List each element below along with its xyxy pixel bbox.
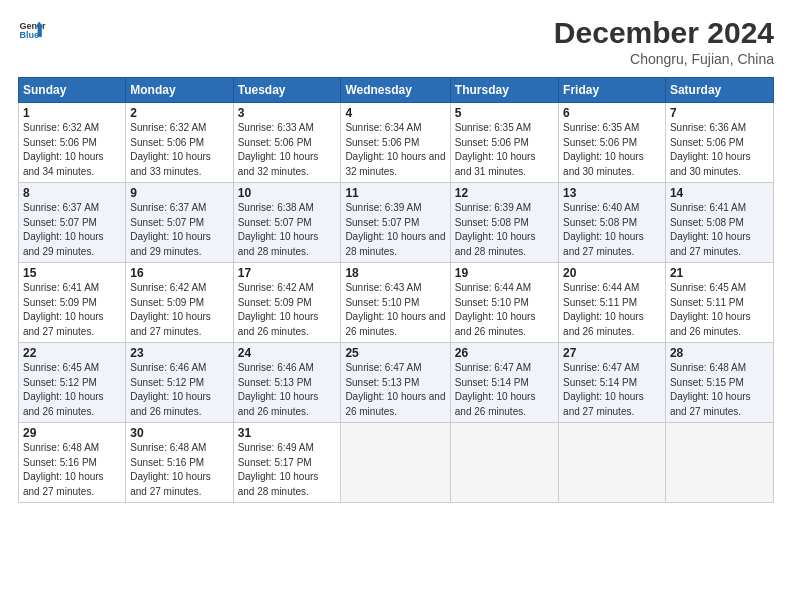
table-cell: 13 Sunrise: 6:40 AM Sunset: 5:08 PM Dayl… bbox=[559, 183, 666, 263]
page: General Blue December 2024 Chongru, Fuji… bbox=[0, 0, 792, 612]
col-wednesday: Wednesday bbox=[341, 78, 450, 103]
day-number: 9 bbox=[130, 186, 228, 200]
day-info: Sunrise: 6:33 AM Sunset: 5:06 PM Dayligh… bbox=[238, 121, 337, 179]
day-info: Sunrise: 6:47 AM Sunset: 5:13 PM Dayligh… bbox=[345, 361, 445, 419]
day-info: Sunrise: 6:49 AM Sunset: 5:17 PM Dayligh… bbox=[238, 441, 337, 499]
table-cell: 30 Sunrise: 6:48 AM Sunset: 5:16 PM Dayl… bbox=[126, 423, 233, 503]
table-cell: 3 Sunrise: 6:33 AM Sunset: 5:06 PM Dayli… bbox=[233, 103, 341, 183]
logo: General Blue bbox=[18, 16, 46, 44]
day-number: 13 bbox=[563, 186, 661, 200]
day-number: 17 bbox=[238, 266, 337, 280]
day-number: 3 bbox=[238, 106, 337, 120]
col-thursday: Thursday bbox=[450, 78, 558, 103]
day-number: 24 bbox=[238, 346, 337, 360]
table-cell: 22 Sunrise: 6:45 AM Sunset: 5:12 PM Dayl… bbox=[19, 343, 126, 423]
day-number: 19 bbox=[455, 266, 554, 280]
day-info: Sunrise: 6:35 AM Sunset: 5:06 PM Dayligh… bbox=[563, 121, 661, 179]
day-info: Sunrise: 6:40 AM Sunset: 5:08 PM Dayligh… bbox=[563, 201, 661, 259]
svg-text:Blue: Blue bbox=[19, 30, 39, 40]
table-cell bbox=[665, 423, 773, 503]
table-cell: 2 Sunrise: 6:32 AM Sunset: 5:06 PM Dayli… bbox=[126, 103, 233, 183]
calendar-table: Sunday Monday Tuesday Wednesday Thursday… bbox=[18, 77, 774, 503]
day-info: Sunrise: 6:39 AM Sunset: 5:07 PM Dayligh… bbox=[345, 201, 445, 259]
col-saturday: Saturday bbox=[665, 78, 773, 103]
day-number: 2 bbox=[130, 106, 228, 120]
table-cell: 23 Sunrise: 6:46 AM Sunset: 5:12 PM Dayl… bbox=[126, 343, 233, 423]
table-cell bbox=[559, 423, 666, 503]
col-friday: Friday bbox=[559, 78, 666, 103]
day-info: Sunrise: 6:32 AM Sunset: 5:06 PM Dayligh… bbox=[130, 121, 228, 179]
day-number: 18 bbox=[345, 266, 445, 280]
col-monday: Monday bbox=[126, 78, 233, 103]
day-info: Sunrise: 6:48 AM Sunset: 5:16 PM Dayligh… bbox=[130, 441, 228, 499]
day-info: Sunrise: 6:39 AM Sunset: 5:08 PM Dayligh… bbox=[455, 201, 554, 259]
day-number: 14 bbox=[670, 186, 769, 200]
header: General Blue December 2024 Chongru, Fuji… bbox=[18, 16, 774, 67]
table-cell: 16 Sunrise: 6:42 AM Sunset: 5:09 PM Dayl… bbox=[126, 263, 233, 343]
day-number: 7 bbox=[670, 106, 769, 120]
day-number: 8 bbox=[23, 186, 121, 200]
table-cell: 4 Sunrise: 6:34 AM Sunset: 5:06 PM Dayli… bbox=[341, 103, 450, 183]
table-cell: 29 Sunrise: 6:48 AM Sunset: 5:16 PM Dayl… bbox=[19, 423, 126, 503]
table-cell: 7 Sunrise: 6:36 AM Sunset: 5:06 PM Dayli… bbox=[665, 103, 773, 183]
table-cell: 20 Sunrise: 6:44 AM Sunset: 5:11 PM Dayl… bbox=[559, 263, 666, 343]
day-info: Sunrise: 6:44 AM Sunset: 5:10 PM Dayligh… bbox=[455, 281, 554, 339]
table-cell: 11 Sunrise: 6:39 AM Sunset: 5:07 PM Dayl… bbox=[341, 183, 450, 263]
day-number: 12 bbox=[455, 186, 554, 200]
table-cell: 9 Sunrise: 6:37 AM Sunset: 5:07 PM Dayli… bbox=[126, 183, 233, 263]
day-number: 30 bbox=[130, 426, 228, 440]
day-info: Sunrise: 6:46 AM Sunset: 5:12 PM Dayligh… bbox=[130, 361, 228, 419]
day-info: Sunrise: 6:37 AM Sunset: 5:07 PM Dayligh… bbox=[23, 201, 121, 259]
day-number: 1 bbox=[23, 106, 121, 120]
day-number: 21 bbox=[670, 266, 769, 280]
col-sunday: Sunday bbox=[19, 78, 126, 103]
table-cell: 27 Sunrise: 6:47 AM Sunset: 5:14 PM Dayl… bbox=[559, 343, 666, 423]
day-info: Sunrise: 6:43 AM Sunset: 5:10 PM Dayligh… bbox=[345, 281, 445, 339]
day-info: Sunrise: 6:47 AM Sunset: 5:14 PM Dayligh… bbox=[563, 361, 661, 419]
table-cell: 25 Sunrise: 6:47 AM Sunset: 5:13 PM Dayl… bbox=[341, 343, 450, 423]
table-cell: 14 Sunrise: 6:41 AM Sunset: 5:08 PM Dayl… bbox=[665, 183, 773, 263]
day-number: 31 bbox=[238, 426, 337, 440]
day-info: Sunrise: 6:48 AM Sunset: 5:16 PM Dayligh… bbox=[23, 441, 121, 499]
table-cell: 26 Sunrise: 6:47 AM Sunset: 5:14 PM Dayl… bbox=[450, 343, 558, 423]
table-cell: 6 Sunrise: 6:35 AM Sunset: 5:06 PM Dayli… bbox=[559, 103, 666, 183]
table-cell: 12 Sunrise: 6:39 AM Sunset: 5:08 PM Dayl… bbox=[450, 183, 558, 263]
day-info: Sunrise: 6:41 AM Sunset: 5:08 PM Dayligh… bbox=[670, 201, 769, 259]
main-title: December 2024 bbox=[554, 16, 774, 49]
table-cell: 24 Sunrise: 6:46 AM Sunset: 5:13 PM Dayl… bbox=[233, 343, 341, 423]
day-info: Sunrise: 6:36 AM Sunset: 5:06 PM Dayligh… bbox=[670, 121, 769, 179]
day-number: 4 bbox=[345, 106, 445, 120]
day-number: 20 bbox=[563, 266, 661, 280]
subtitle: Chongru, Fujian, China bbox=[554, 51, 774, 67]
table-cell: 5 Sunrise: 6:35 AM Sunset: 5:06 PM Dayli… bbox=[450, 103, 558, 183]
day-info: Sunrise: 6:45 AM Sunset: 5:11 PM Dayligh… bbox=[670, 281, 769, 339]
day-info: Sunrise: 6:34 AM Sunset: 5:06 PM Dayligh… bbox=[345, 121, 445, 179]
col-tuesday: Tuesday bbox=[233, 78, 341, 103]
table-cell: 17 Sunrise: 6:42 AM Sunset: 5:09 PM Dayl… bbox=[233, 263, 341, 343]
day-number: 10 bbox=[238, 186, 337, 200]
day-info: Sunrise: 6:37 AM Sunset: 5:07 PM Dayligh… bbox=[130, 201, 228, 259]
title-block: December 2024 Chongru, Fujian, China bbox=[554, 16, 774, 67]
table-cell: 18 Sunrise: 6:43 AM Sunset: 5:10 PM Dayl… bbox=[341, 263, 450, 343]
day-number: 15 bbox=[23, 266, 121, 280]
table-cell: 8 Sunrise: 6:37 AM Sunset: 5:07 PM Dayli… bbox=[19, 183, 126, 263]
day-number: 6 bbox=[563, 106, 661, 120]
logo-icon: General Blue bbox=[18, 16, 46, 44]
day-info: Sunrise: 6:41 AM Sunset: 5:09 PM Dayligh… bbox=[23, 281, 121, 339]
day-info: Sunrise: 6:46 AM Sunset: 5:13 PM Dayligh… bbox=[238, 361, 337, 419]
day-info: Sunrise: 6:35 AM Sunset: 5:06 PM Dayligh… bbox=[455, 121, 554, 179]
day-number: 27 bbox=[563, 346, 661, 360]
day-info: Sunrise: 6:45 AM Sunset: 5:12 PM Dayligh… bbox=[23, 361, 121, 419]
table-cell bbox=[341, 423, 450, 503]
day-info: Sunrise: 6:42 AM Sunset: 5:09 PM Dayligh… bbox=[238, 281, 337, 339]
day-number: 28 bbox=[670, 346, 769, 360]
day-info: Sunrise: 6:48 AM Sunset: 5:15 PM Dayligh… bbox=[670, 361, 769, 419]
day-number: 22 bbox=[23, 346, 121, 360]
day-info: Sunrise: 6:32 AM Sunset: 5:06 PM Dayligh… bbox=[23, 121, 121, 179]
table-cell: 15 Sunrise: 6:41 AM Sunset: 5:09 PM Dayl… bbox=[19, 263, 126, 343]
day-number: 25 bbox=[345, 346, 445, 360]
day-number: 5 bbox=[455, 106, 554, 120]
day-info: Sunrise: 6:42 AM Sunset: 5:09 PM Dayligh… bbox=[130, 281, 228, 339]
table-cell: 19 Sunrise: 6:44 AM Sunset: 5:10 PM Dayl… bbox=[450, 263, 558, 343]
day-info: Sunrise: 6:47 AM Sunset: 5:14 PM Dayligh… bbox=[455, 361, 554, 419]
